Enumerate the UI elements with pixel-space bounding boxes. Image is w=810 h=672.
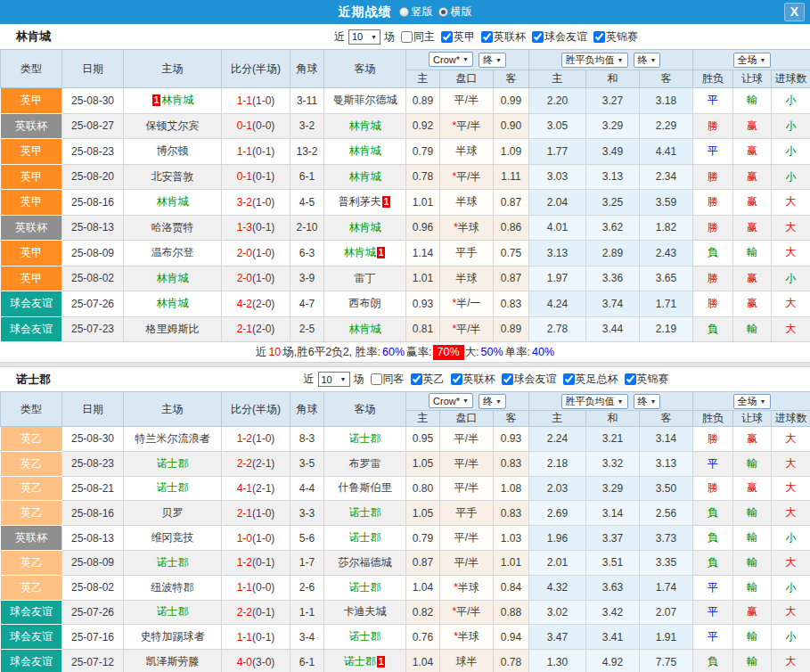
score-cell: 2-1(1-0) bbox=[222, 501, 290, 526]
layout-radio-label[interactable]: 横版 bbox=[451, 4, 472, 20]
date-cell: 25-08-23 bbox=[62, 139, 124, 165]
handicap-result-cell: 輸 bbox=[733, 501, 772, 526]
away-team-cell: 普利茅夫1 bbox=[324, 190, 406, 216]
final-odds-select[interactable]: 终▼ bbox=[479, 394, 506, 409]
odds-home-cell: 1.04 bbox=[406, 575, 440, 600]
odds-home-cell: 1.04 bbox=[406, 650, 440, 672]
goals-result-cell: 大 bbox=[772, 215, 810, 241]
result-cell: 負 bbox=[693, 501, 733, 526]
odds-home-cell: 0.76 bbox=[406, 625, 440, 650]
league-type-cell: 英甲 bbox=[1, 88, 62, 114]
same-venue-checkbox[interactable] bbox=[401, 31, 413, 43]
team-name-text: 哈洛贾特 bbox=[151, 221, 194, 234]
score-cell: 2-1(2-0) bbox=[222, 316, 290, 342]
chevron-down-icon: ▼ bbox=[340, 376, 347, 382]
avg-odds-cell-2: 1.71 bbox=[640, 291, 693, 317]
section-filter-row: 诺士郡近10▼场同客英乙英联杯球会友谊英足总杯英锦赛 bbox=[0, 367, 810, 391]
league-checkbox-label: 英锦赛 bbox=[637, 372, 669, 387]
date-cell: 25-08-16 bbox=[62, 190, 124, 216]
sub-column-header: 进球数 bbox=[772, 411, 810, 427]
column-header: 角球 bbox=[290, 392, 324, 427]
close-button[interactable]: X bbox=[784, 3, 805, 21]
avg-odds-cell-1: 3.21 bbox=[586, 427, 640, 452]
avg-odds-cell-0: 4.24 bbox=[529, 291, 586, 317]
sub-column-header: 客 bbox=[640, 411, 693, 427]
layout-radio-label[interactable]: 竖版 bbox=[412, 4, 433, 20]
league-type-cell: 英联杯 bbox=[1, 113, 62, 139]
away-team-cell: 诺士郡 bbox=[324, 526, 406, 551]
avg-odds-cell-2: 3.13 bbox=[640, 451, 693, 476]
summary-segment: 场,胜6平2负2, 胜率: bbox=[282, 345, 381, 360]
league-checkbox-2[interactable] bbox=[502, 373, 513, 385]
recent-count-select[interactable]: 10▼ bbox=[348, 29, 380, 45]
recent-results-popup: 近期战绩 竖版横版 X 林肯城近10▼场同主英甲英联杯球会友谊英锦赛类型日期主场… bbox=[0, 0, 810, 672]
column-header: 类型 bbox=[1, 50, 62, 88]
league-checkbox-1[interactable] bbox=[481, 31, 493, 43]
result-cell: 勝 bbox=[693, 113, 733, 139]
avg-odds-select[interactable]: 胜平负均值▼ bbox=[561, 394, 628, 409]
recent-count-select[interactable]: 10▼ bbox=[318, 372, 350, 387]
layout-radio-vertical[interactable] bbox=[399, 7, 409, 17]
handicap-result-cell: 輸 bbox=[733, 550, 772, 575]
odds-source-select[interactable]: Crow*▼ bbox=[429, 52, 473, 67]
league-checkbox-3[interactable] bbox=[563, 373, 575, 385]
home-team-cell: 格里姆斯比 bbox=[124, 316, 222, 342]
layout-radio-horizontal[interactable] bbox=[438, 7, 448, 17]
corner-cell: 1-1 bbox=[290, 600, 324, 625]
sub-column-header: 让球 bbox=[733, 411, 772, 427]
table-row: 英乙25-08-21诺士郡4-1(2-1)4-4什鲁斯伯里0.80平/半1.08… bbox=[1, 476, 810, 501]
handicap-cell: *平/半 bbox=[440, 316, 494, 342]
corner-cell: 1-7 bbox=[290, 550, 324, 575]
away-team-cell: 林肯城1 bbox=[324, 241, 406, 266]
match-scope-select[interactable]: 全场▼ bbox=[733, 53, 771, 68]
team-name-text: 林肯城 bbox=[349, 221, 381, 234]
score-cell: 4-2(2-0) bbox=[222, 291, 290, 317]
odds-away-cell: 1.08 bbox=[494, 476, 529, 501]
avg-odds-select[interactable]: 胜平负均值▼ bbox=[561, 53, 628, 68]
chevron-down-icon: ▼ bbox=[618, 57, 624, 63]
avg-odds-cell-1: 3.42 bbox=[586, 600, 640, 625]
final-avg-select[interactable]: 终▼ bbox=[634, 394, 661, 409]
score-cell: 2-0(1-0) bbox=[222, 266, 290, 291]
league-checkbox-4[interactable] bbox=[625, 373, 636, 385]
sub-column-header: 胜负 bbox=[693, 411, 733, 427]
avg-odds-cell-0: 2.20 bbox=[529, 88, 586, 114]
table-row: 英乙25-08-02纽波特郡1-1(0-0)2-6诺士郡1.04*半球0.844… bbox=[1, 575, 810, 600]
home-team-cell: 温布尔登 bbox=[124, 241, 222, 266]
avg-odds-cell-1: 3.49 bbox=[586, 139, 640, 165]
chevron-down-icon: ▼ bbox=[618, 398, 624, 405]
avg-odds-cell-1: 2.89 bbox=[586, 241, 640, 266]
league-checkbox-3[interactable] bbox=[593, 31, 605, 43]
score-cell: 1-3(0-1) bbox=[222, 215, 290, 241]
league-checkbox-1[interactable] bbox=[451, 373, 462, 385]
date-cell: 25-08-30 bbox=[62, 88, 124, 114]
avg-odds-cell-1: 3.63 bbox=[586, 575, 640, 600]
final-odds-select[interactable]: 终▼ bbox=[479, 53, 506, 68]
match-scope-select[interactable]: 全场▼ bbox=[733, 394, 771, 409]
handicap-cell: 半球 bbox=[440, 139, 494, 165]
corner-cell: 3-2 bbox=[290, 113, 324, 139]
sections-container: 林肯城近10▼场同主英甲英联杯球会友谊英锦赛类型日期主场比分(半场)角球客场Cr… bbox=[0, 24, 810, 672]
home-team-cell: 北安普敦 bbox=[124, 164, 222, 190]
same-venue-checkbox[interactable] bbox=[371, 373, 382, 385]
odds-away-cell: 0.94 bbox=[494, 625, 529, 650]
league-checkbox-2[interactable] bbox=[532, 31, 544, 43]
final-odds-select-value: 终 bbox=[483, 395, 493, 408]
away-team-cell: 曼斯菲尔德城 bbox=[324, 88, 406, 114]
league-checkbox-0[interactable] bbox=[441, 31, 453, 43]
goals-result-cell: 大 bbox=[772, 476, 810, 501]
table-row: 英联杯25-08-27保顿艾尔宾0-1(0-0)3-2林肯城0.92*平/半0.… bbox=[1, 113, 810, 139]
final-avg-select[interactable]: 终▼ bbox=[634, 53, 661, 68]
home-team-cell: 保顿艾尔宾 bbox=[124, 113, 222, 139]
sub-column-header: 和 bbox=[586, 70, 640, 88]
odds-home-cell: 0.80 bbox=[406, 476, 440, 501]
odds-home-cell: 0.95 bbox=[406, 427, 440, 452]
corner-cell: 13-2 bbox=[290, 139, 324, 165]
odds-source-select[interactable]: Crow*▼ bbox=[429, 393, 473, 408]
away-team-cell: 莎尔福德城 bbox=[324, 550, 406, 575]
league-checkbox-0[interactable] bbox=[411, 373, 422, 385]
odds-away-cell: 0.84 bbox=[494, 575, 529, 600]
team-name-text: 西布朗 bbox=[349, 297, 381, 309]
date-cell: 25-07-16 bbox=[62, 625, 124, 650]
column-header: 主场 bbox=[124, 392, 222, 427]
